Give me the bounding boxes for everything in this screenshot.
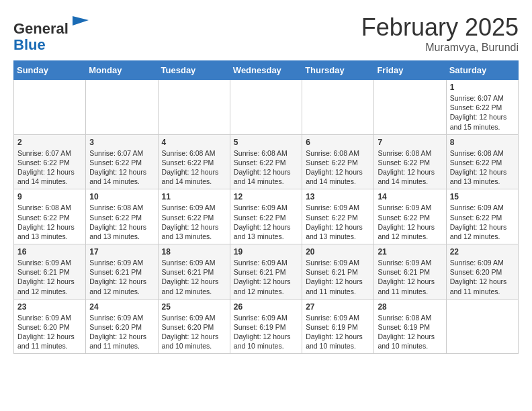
day-info: Sunrise: 6:09 AM Sunset: 6:22 PM Dayligh… [306, 203, 370, 241]
day-info: Sunrise: 6:08 AM Sunset: 6:19 PM Dayligh… [378, 313, 442, 351]
calendar-cell: 16Sunrise: 6:09 AM Sunset: 6:21 PM Dayli… [14, 244, 86, 300]
calendar-cell: 4Sunrise: 6:08 AM Sunset: 6:22 PM Daylig… [158, 134, 230, 189]
calendar-table: SundayMondayTuesdayWednesdayThursdayFrid… [13, 60, 519, 354]
day-info: Sunrise: 6:09 AM Sunset: 6:21 PM Dayligh… [378, 258, 442, 296]
day-number: 26 [234, 302, 298, 312]
day-info: Sunrise: 6:09 AM Sunset: 6:22 PM Dayligh… [450, 203, 515, 241]
calendar-cell [230, 80, 302, 135]
day-number: 1 [450, 83, 515, 92]
day-info: Sunrise: 6:09 AM Sunset: 6:21 PM Dayligh… [306, 258, 370, 296]
day-number: 20 [306, 247, 370, 257]
calendar-cell: 8Sunrise: 6:08 AM Sunset: 6:22 PM Daylig… [446, 134, 518, 189]
calendar-cell: 5Sunrise: 6:08 AM Sunset: 6:22 PM Daylig… [230, 134, 302, 189]
weekday-header-row: SundayMondayTuesdayWednesdayThursdayFrid… [14, 61, 519, 80]
calendar-cell: 6Sunrise: 6:08 AM Sunset: 6:22 PM Daylig… [302, 134, 374, 189]
logo-flag-icon [70, 13, 90, 34]
calendar-cell [158, 80, 230, 135]
day-info: Sunrise: 6:09 AM Sunset: 6:22 PM Dayligh… [234, 203, 298, 241]
calendar-week-2: 2Sunrise: 6:07 AM Sunset: 6:22 PM Daylig… [14, 134, 519, 189]
day-number: 8 [450, 138, 515, 147]
day-number: 15 [450, 192, 515, 201]
day-info: Sunrise: 6:08 AM Sunset: 6:22 PM Dayligh… [306, 148, 370, 187]
weekday-header-saturday: Saturday [446, 61, 518, 80]
day-number: 22 [450, 247, 515, 257]
calendar-cell: 24Sunrise: 6:09 AM Sunset: 6:20 PM Dayli… [86, 299, 158, 354]
day-info: Sunrise: 6:09 AM Sunset: 6:20 PM Dayligh… [450, 258, 515, 296]
calendar-cell: 22Sunrise: 6:09 AM Sunset: 6:20 PM Dayli… [446, 244, 518, 300]
day-info: Sunrise: 6:09 AM Sunset: 6:21 PM Dayligh… [17, 258, 82, 296]
day-info: Sunrise: 6:09 AM Sunset: 6:20 PM Dayligh… [89, 313, 154, 351]
calendar-cell: 1Sunrise: 6:07 AM Sunset: 6:22 PM Daylig… [446, 80, 518, 135]
calendar-cell: 20Sunrise: 6:09 AM Sunset: 6:21 PM Dayli… [302, 244, 374, 300]
logo-blue: Blue [13, 36, 46, 53]
page-header: General Blue February 2025 Muramvya, Bur… [13, 13, 519, 54]
day-number: 17 [89, 247, 154, 257]
weekday-header-monday: Monday [86, 61, 158, 80]
day-number: 18 [162, 247, 226, 257]
day-number: 11 [162, 192, 226, 201]
calendar-cell: 11Sunrise: 6:09 AM Sunset: 6:22 PM Dayli… [158, 189, 230, 244]
day-number: 14 [378, 192, 442, 201]
calendar-cell [86, 80, 158, 135]
day-number: 21 [378, 247, 442, 257]
day-number: 7 [378, 138, 442, 147]
weekday-header-sunday: Sunday [14, 61, 86, 80]
calendar-cell: 23Sunrise: 6:09 AM Sunset: 6:20 PM Dayli… [14, 299, 86, 354]
day-number: 9 [17, 192, 82, 201]
calendar-cell: 12Sunrise: 6:09 AM Sunset: 6:22 PM Dayli… [230, 189, 302, 244]
calendar-week-1: 1Sunrise: 6:07 AM Sunset: 6:22 PM Daylig… [14, 80, 519, 135]
day-number: 3 [89, 138, 154, 147]
calendar-cell: 14Sunrise: 6:09 AM Sunset: 6:22 PM Dayli… [374, 189, 446, 244]
day-info: Sunrise: 6:07 AM Sunset: 6:22 PM Dayligh… [89, 148, 154, 187]
day-info: Sunrise: 6:07 AM Sunset: 6:22 PM Dayligh… [17, 148, 82, 187]
weekday-header-friday: Friday [374, 61, 446, 80]
calendar-week-5: 23Sunrise: 6:09 AM Sunset: 6:20 PM Dayli… [14, 299, 519, 354]
day-info: Sunrise: 6:07 AM Sunset: 6:22 PM Dayligh… [450, 93, 515, 132]
day-info: Sunrise: 6:09 AM Sunset: 6:22 PM Dayligh… [378, 203, 442, 241]
calendar-cell: 26Sunrise: 6:09 AM Sunset: 6:19 PM Dayli… [230, 299, 302, 354]
day-number: 2 [17, 138, 82, 147]
calendar-cell: 7Sunrise: 6:08 AM Sunset: 6:22 PM Daylig… [374, 134, 446, 189]
day-number: 4 [162, 138, 226, 147]
day-info: Sunrise: 6:08 AM Sunset: 6:22 PM Dayligh… [89, 203, 154, 241]
calendar-cell [14, 80, 86, 135]
day-number: 10 [89, 192, 154, 201]
title-block: February 2025 Muramvya, Burundi [361, 13, 519, 54]
calendar-week-4: 16Sunrise: 6:09 AM Sunset: 6:21 PM Dayli… [14, 244, 519, 300]
calendar-cell: 17Sunrise: 6:09 AM Sunset: 6:21 PM Dayli… [86, 244, 158, 300]
day-info: Sunrise: 6:09 AM Sunset: 6:20 PM Dayligh… [17, 313, 82, 351]
calendar-cell: 2Sunrise: 6:07 AM Sunset: 6:22 PM Daylig… [14, 134, 86, 189]
weekday-header-thursday: Thursday [302, 61, 374, 80]
calendar-cell: 21Sunrise: 6:09 AM Sunset: 6:21 PM Dayli… [374, 244, 446, 300]
weekday-header-wednesday: Wednesday [230, 61, 302, 80]
day-info: Sunrise: 6:08 AM Sunset: 6:22 PM Dayligh… [234, 148, 298, 187]
calendar-cell: 19Sunrise: 6:09 AM Sunset: 6:21 PM Dayli… [230, 244, 302, 300]
day-info: Sunrise: 6:08 AM Sunset: 6:22 PM Dayligh… [162, 148, 226, 187]
svg-marker-0 [73, 16, 89, 26]
day-info: Sunrise: 6:09 AM Sunset: 6:19 PM Dayligh… [306, 313, 370, 351]
month-title: February 2025 [361, 13, 519, 42]
day-number: 25 [162, 302, 226, 312]
logo: General Blue [13, 13, 90, 53]
calendar-cell: 28Sunrise: 6:08 AM Sunset: 6:19 PM Dayli… [374, 299, 446, 354]
day-info: Sunrise: 6:08 AM Sunset: 6:22 PM Dayligh… [17, 203, 82, 241]
calendar-week-3: 9Sunrise: 6:08 AM Sunset: 6:22 PM Daylig… [14, 189, 519, 244]
day-number: 23 [17, 302, 82, 312]
day-number: 5 [234, 138, 298, 147]
calendar-cell [302, 80, 374, 135]
day-number: 28 [378, 302, 442, 312]
day-number: 6 [306, 138, 370, 147]
day-number: 13 [306, 192, 370, 201]
calendar-cell [374, 80, 446, 135]
calendar-cell [446, 299, 518, 354]
day-number: 27 [306, 302, 370, 312]
location-subtitle: Muramvya, Burundi [361, 42, 519, 54]
calendar-cell: 3Sunrise: 6:07 AM Sunset: 6:22 PM Daylig… [86, 134, 158, 189]
day-number: 19 [234, 247, 298, 257]
day-info: Sunrise: 6:09 AM Sunset: 6:21 PM Dayligh… [89, 258, 154, 296]
day-info: Sunrise: 6:09 AM Sunset: 6:21 PM Dayligh… [162, 258, 226, 296]
day-info: Sunrise: 6:09 AM Sunset: 6:19 PM Dayligh… [234, 313, 298, 351]
calendar-cell: 13Sunrise: 6:09 AM Sunset: 6:22 PM Dayli… [302, 189, 374, 244]
day-info: Sunrise: 6:09 AM Sunset: 6:22 PM Dayligh… [162, 203, 226, 241]
calendar-cell: 18Sunrise: 6:09 AM Sunset: 6:21 PM Dayli… [158, 244, 230, 300]
